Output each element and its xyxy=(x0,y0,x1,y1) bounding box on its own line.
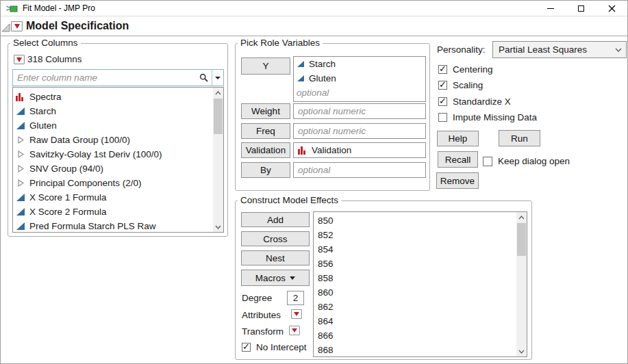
model-specification-header: Model Specification xyxy=(1,17,627,36)
standardize-x-checkbox[interactable] xyxy=(438,97,447,106)
select-columns-label: Select Columns xyxy=(10,38,81,48)
chevron-down-icon xyxy=(215,77,221,79)
y-role-item[interactable]: Gluten xyxy=(294,71,425,86)
freq-role-button[interactable]: Freq xyxy=(241,123,290,139)
minimize-button[interactable] xyxy=(535,1,566,16)
nest-button[interactable]: Nest xyxy=(241,250,310,265)
fit-model-window: Fit Model - JMP Pro Model Specification … xyxy=(0,0,628,364)
chevron-down-icon xyxy=(615,48,622,53)
effect-item[interactable]: 858 xyxy=(314,271,527,285)
construct-model-effects-group: Construct Model Effects Add Cross Nest M… xyxy=(235,200,532,360)
scroll-up-icon[interactable] xyxy=(516,212,527,222)
attributes-menu-button[interactable] xyxy=(291,309,302,319)
by-role-button[interactable]: By xyxy=(241,162,290,178)
remove-button[interactable]: Remove xyxy=(436,172,479,189)
degree-input[interactable]: 2 xyxy=(287,291,304,305)
no-intercept-option[interactable]: No Intercept xyxy=(242,342,307,352)
continuous-column-icon xyxy=(16,121,25,130)
scroll-up-icon[interactable] xyxy=(213,88,223,98)
effects-list-scrollbar[interactable] xyxy=(516,212,527,356)
centering-checkbox[interactable] xyxy=(438,65,447,74)
recall-button[interactable]: Recall xyxy=(438,151,478,168)
search-options-dropdown[interactable] xyxy=(212,70,223,86)
red-triangle-menu-button[interactable] xyxy=(11,21,23,31)
construct-model-effects-label: Construct Model Effects xyxy=(238,195,341,205)
scaling-option[interactable]: Scaling xyxy=(438,80,483,90)
outline-disclosure-icon[interactable] xyxy=(2,23,10,32)
title-bar: Fit Model - JMP Pro xyxy=(1,1,627,16)
minimize-icon xyxy=(547,8,554,9)
continuous-column-icon xyxy=(16,222,25,231)
columns-list: Spectra Starch Gluten Raw Data Group (10… xyxy=(12,87,224,233)
effect-item[interactable]: 868 xyxy=(314,343,527,357)
add-button[interactable]: Add xyxy=(241,212,310,227)
model-effects-list: 850 852 854 856 858 860 862 864 866 868 xyxy=(313,211,527,357)
transform-menu-button[interactable] xyxy=(289,326,300,335)
freq-role-field[interactable]: optional numeric xyxy=(293,123,426,139)
list-item[interactable]: SNV Group (94/0) xyxy=(13,161,223,176)
personality-select[interactable]: Partial Least Squares xyxy=(492,41,627,58)
scaling-checkbox[interactable] xyxy=(438,81,447,90)
list-item[interactable]: Principal Components (2/0) xyxy=(13,176,223,190)
run-button[interactable]: Run xyxy=(499,130,540,146)
scroll-down-icon[interactable] xyxy=(516,346,527,356)
list-item[interactable]: Spectra xyxy=(13,90,223,104)
pick-role-variables-label: Pick Role Variables xyxy=(238,38,323,48)
maximize-icon xyxy=(578,5,584,12)
columns-list-scrollbar[interactable] xyxy=(213,88,223,232)
close-button[interactable] xyxy=(596,1,627,16)
effect-item[interactable]: 854 xyxy=(314,242,527,257)
y-role-list[interactable]: Starch Gluten optional xyxy=(293,56,426,102)
help-button[interactable]: Help xyxy=(437,131,479,146)
list-item[interactable]: X Score 1 Formula xyxy=(13,190,223,205)
red-triangle-icon xyxy=(16,57,22,62)
search-icon[interactable] xyxy=(195,70,212,86)
page-title: Model Specification xyxy=(26,20,129,32)
list-item[interactable]: Pred Formula Starch PLS Raw xyxy=(13,219,223,233)
no-intercept-checkbox[interactable] xyxy=(242,343,251,352)
scroll-down-icon[interactable] xyxy=(213,222,223,232)
close-icon xyxy=(608,5,616,12)
window-title: Fit Model - JMP Pro xyxy=(23,3,95,13)
list-item[interactable]: Gluten xyxy=(13,118,223,133)
degree-label: Degree xyxy=(242,293,272,303)
list-item[interactable]: Savitzky-Golay 1st Deriv (100/0) xyxy=(13,147,223,161)
list-item[interactable]: Raw Data Group (100/0) xyxy=(13,133,223,147)
y-role-button[interactable]: Y xyxy=(241,57,290,75)
validation-role-field[interactable]: Validation xyxy=(293,142,426,158)
attributes-label: Attributes xyxy=(242,310,281,320)
scrollbar-thumb[interactable] xyxy=(214,99,223,134)
no-intercept-label: No Intercept xyxy=(256,342,307,352)
scrollbar-thumb[interactable] xyxy=(517,223,526,256)
list-item[interactable]: Starch xyxy=(13,104,223,118)
keep-dialog-open-option[interactable]: Keep dialog open xyxy=(483,156,570,166)
weight-role-button[interactable]: Weight xyxy=(241,103,290,119)
impute-missing-data-option[interactable]: Impute Missing Data xyxy=(438,112,537,122)
effect-item[interactable]: 862 xyxy=(314,300,527,314)
red-triangle-icon xyxy=(292,328,297,333)
effect-item[interactable]: 866 xyxy=(314,328,527,343)
list-item[interactable]: X Score 2 Formula xyxy=(13,205,223,219)
standardize-x-option[interactable]: Standardize X xyxy=(438,96,511,107)
keep-dialog-open-checkbox[interactable] xyxy=(483,157,492,166)
columns-count: 318 Columns xyxy=(27,54,82,64)
weight-role-field[interactable]: optional numeric xyxy=(293,103,426,119)
columns-menu-button[interactable] xyxy=(14,55,25,64)
continuous-column-icon xyxy=(16,193,25,202)
effect-item[interactable]: 856 xyxy=(314,257,527,271)
validation-role-button[interactable]: Validation xyxy=(241,142,290,158)
group-expand-icon xyxy=(16,150,25,159)
column-search-input[interactable] xyxy=(13,70,195,86)
effect-item[interactable]: 864 xyxy=(314,314,527,328)
effect-item[interactable]: 860 xyxy=(314,285,527,300)
maximize-button[interactable] xyxy=(566,1,596,16)
effect-item[interactable]: 852 xyxy=(314,228,527,242)
effect-item[interactable]: 850 xyxy=(314,213,527,228)
impute-missing-data-checkbox[interactable] xyxy=(438,113,447,122)
red-triangle-icon xyxy=(14,24,20,29)
macros-button[interactable]: Macros xyxy=(241,270,310,286)
by-role-field[interactable]: optional xyxy=(293,162,426,178)
centering-option[interactable]: Centering xyxy=(438,64,493,75)
cross-button[interactable]: Cross xyxy=(241,231,310,246)
y-role-item[interactable]: Starch xyxy=(294,57,425,71)
